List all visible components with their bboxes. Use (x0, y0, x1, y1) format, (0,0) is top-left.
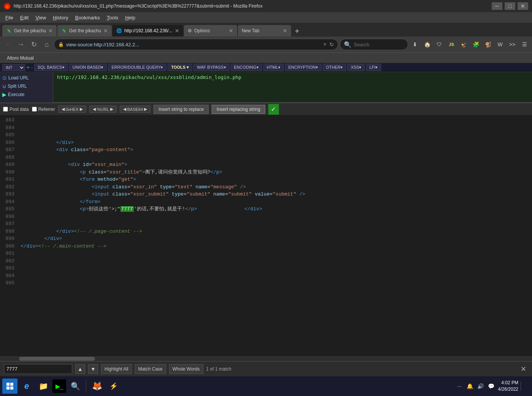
refresh-icon[interactable]: ↻ (329, 41, 334, 47)
table-row: 884 (0, 124, 532, 132)
encoding-btn[interactable]: ENCODING▾ (231, 64, 262, 71)
tab-options[interactable]: ⚙ Options ✕ (184, 25, 237, 36)
hamburger-icon[interactable]: ☰ (519, 39, 530, 50)
file-explorer-icon[interactable]: 📁 (36, 379, 51, 394)
split-url-icon: ∪ (2, 83, 6, 89)
tab-close-3[interactable]: ✕ (175, 28, 179, 34)
find-close-button[interactable]: ✕ (518, 364, 528, 374)
menu-bookmarks[interactable]: Bookmarks (72, 14, 103, 21)
speaker-icon[interactable]: 🔊 (476, 382, 485, 391)
addon-icon[interactable]: 🧩 (470, 39, 481, 50)
menu-edit[interactable]: Edit (17, 14, 32, 21)
bookmark-altoro[interactable]: Altoro Mutual (4, 55, 37, 62)
table-row: 893 <input class="xssr_submit" type="sub… (0, 191, 532, 198)
shield-icon[interactable]: 🛡 (434, 39, 445, 50)
base64-btn[interactable]: ◀ BASE64 ▶ (120, 106, 151, 113)
tools-btn[interactable]: TOOLS ▾ (168, 64, 192, 71)
burpsuite-taskbar-icon[interactable]: ⚡ (106, 379, 121, 394)
menu-view[interactable]: View (32, 14, 49, 21)
search-taskbar-icon[interactable]: 🔍 (68, 379, 83, 394)
find-prev-button[interactable]: ▲ (75, 364, 85, 374)
oxhex-btn[interactable]: ◀ 0xHEX ▶ (58, 106, 86, 113)
int-select[interactable]: INT (2, 64, 25, 71)
show-desktop-button[interactable] (521, 382, 530, 391)
h-scroll-thumb[interactable] (19, 357, 95, 361)
reload-button[interactable]: ↻ (28, 39, 40, 50)
union-based-btn[interactable]: UNION BASED▾ (69, 64, 107, 71)
js-icon[interactable]: JS (446, 39, 457, 50)
tab-close-2[interactable]: ✕ (103, 28, 108, 34)
overflow-sys-icon[interactable]: ··· (455, 382, 464, 391)
post-data-check[interactable] (3, 107, 8, 112)
tab-get-pikachu-2[interactable]: 🦎 Get the pikachu ✕ (57, 25, 112, 36)
post-data-checkbox[interactable]: Post data (3, 107, 29, 112)
download-icon[interactable]: ⬇ (410, 39, 420, 50)
firefox-taskbar-btn[interactable]: 🦊 (89, 379, 104, 394)
search-input[interactable] (354, 42, 396, 47)
terminal-taskbar-icon[interactable]: ▶_ (52, 379, 66, 393)
tab-close-1[interactable]: ✕ (48, 28, 53, 34)
notification-icon[interactable]: 🔔 (466, 382, 475, 391)
split-url-btn[interactable]: ∪ Split URL (0, 82, 53, 90)
home-button[interactable]: ⌂ (41, 39, 52, 50)
load-url-btn[interactable]: ⊙ Load URL (0, 74, 53, 82)
menu-help[interactable]: Help (122, 14, 138, 21)
menu-file[interactable]: File (2, 14, 16, 21)
greasemonkey-icon[interactable]: 🐒 (483, 39, 493, 50)
match-case-button[interactable]: Match Case (135, 364, 166, 374)
new-tab-button[interactable]: + (292, 26, 302, 36)
wappalyzer-icon[interactable]: W (495, 39, 505, 50)
chat-icon[interactable]: 💬 (487, 382, 496, 391)
referrer-checkbox[interactable]: Referrer (32, 107, 55, 112)
minimize-button[interactable]: ─ (492, 2, 502, 10)
taskbar-clock: 4:02 PM 4/26/2022 (498, 380, 518, 393)
tab-label-5: New Tab (242, 28, 259, 33)
tab-label-4: Options (194, 28, 210, 33)
tab-get-pikachu-1[interactable]: 🦎 Get the pikachu ✕ (2, 25, 57, 36)
insert-replacing-string-btn[interactable]: Insert replacing string (212, 105, 265, 114)
toolbar-icons: ⬇ 🏠 🛡 JS 🦅 🧩 🐒 W >> ☰ (410, 39, 530, 50)
find-input[interactable] (4, 364, 72, 374)
xss-btn[interactable]: XSS▾ (347, 64, 365, 71)
table-row: 900 </div><!-- /.main-content --> (0, 243, 532, 250)
firefox-logo-icon (4, 3, 11, 9)
tab-close-5[interactable]: ✕ (283, 28, 287, 34)
waf-bypass-btn[interactable]: WAF BYPASS▾ (193, 64, 229, 71)
table-row: 901 (0, 250, 532, 257)
menu-tools[interactable]: Tools (104, 14, 121, 21)
close-button[interactable]: ✕ (518, 2, 528, 10)
tab-close-4[interactable]: ✕ (229, 28, 233, 34)
taskbar-sys-icons: ··· 🔔 🔊 💬 (455, 382, 496, 391)
code-content[interactable]: 883 884 885 886 </div> 887 (0, 115, 532, 357)
hackbar-main-row: ⊙ Load URL ∪ Split URL ▶ Execute http://… (0, 72, 532, 103)
horizontal-scrollbar[interactable] (0, 357, 532, 361)
other-btn[interactable]: OTHER▾ (323, 64, 347, 71)
hackbar-url-input[interactable]: http://192.168.42.236/pikachu/vul/xss/xs… (53, 72, 532, 103)
forward-button[interactable]: → (15, 39, 27, 50)
whole-words-button[interactable]: Whole Words (169, 364, 203, 374)
find-next-button[interactable]: ▼ (88, 364, 98, 374)
html-btn[interactable]: HTML▾ (263, 64, 284, 71)
execute-btn[interactable]: ▶ Execute (0, 90, 53, 99)
maximize-button[interactable]: □ (505, 2, 515, 10)
tab-url-active[interactable]: 🌐 http://192.168.42.236/... ✕ (112, 25, 183, 36)
url-bar[interactable]: 🔒 view-source:http://192.168.42.2... ▼ ↻ (54, 39, 338, 50)
referrer-check[interactable] (32, 107, 37, 112)
url-expand-icon: ▼ (323, 42, 327, 47)
lfi-btn[interactable]: LFI▾ (366, 64, 381, 71)
sql-basics-btn[interactable]: SQL BASICS▾ (34, 64, 68, 71)
tab-new-tab[interactable]: New Tab ✕ (238, 25, 291, 36)
menu-history[interactable]: History (50, 14, 71, 21)
insert-submit-button[interactable]: ✓ (268, 104, 279, 115)
error-double-query-btn[interactable]: ERROR/DOUBLE QUERY▾ (108, 64, 166, 71)
overflow-icon[interactable]: >> (507, 39, 518, 50)
edge-taskbar-icon[interactable]: e (19, 379, 34, 394)
insert-string-to-replace-btn[interactable]: Insert string to replace (154, 105, 209, 114)
back-button[interactable]: ← (2, 39, 14, 50)
encryption-btn[interactable]: ENCRYPTION▾ (285, 64, 321, 71)
highlight-all-button[interactable]: Highlight All (101, 364, 132, 374)
windows-start-button[interactable] (2, 379, 17, 394)
home-toolbar-icon[interactable]: 🏠 (422, 39, 432, 50)
url-percent-btn[interactable]: ◀ %URL ▶ (89, 106, 117, 113)
extension-icon-1[interactable]: 🦅 (458, 39, 469, 50)
